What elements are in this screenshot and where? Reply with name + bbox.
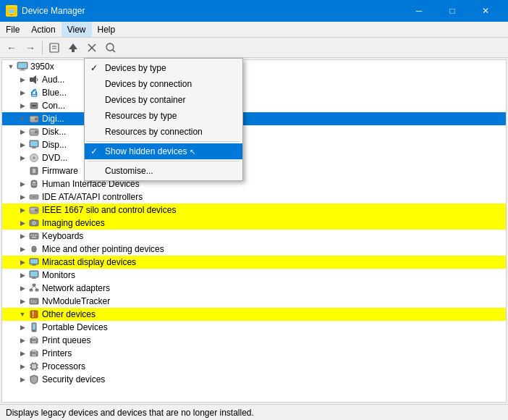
- svg-rect-55: [37, 235, 38, 236]
- tree-arrow-root[interactable]: [5, 61, 17, 72]
- tree-item-firmware[interactable]: Firmware: [2, 164, 506, 177]
- scan-button[interactable]: [102, 40, 119, 56]
- tree-item-network[interactable]: Network adapters: [2, 282, 506, 295]
- tree-item-imaging[interactable]: Imaging devices: [2, 217, 506, 230]
- tree-item-root[interactable]: 3950x: [2, 60, 506, 73]
- ieee-icon: [28, 204, 40, 216]
- uninstall-button[interactable]: [83, 40, 101, 56]
- svg-point-19: [35, 105, 36, 106]
- tree-arrow-display[interactable]: [17, 139, 28, 151]
- menu-devices-by-connection[interactable]: Devices by connection: [85, 76, 242, 92]
- tree-arrow-firmware: [17, 165, 28, 177]
- update-driver-button[interactable]: [64, 40, 82, 56]
- svg-point-39: [32, 184, 33, 185]
- menu-label-show-hidden: Show hidden devices: [105, 146, 187, 156]
- tree-item-disk2[interactable]: Disk...: [2, 125, 506, 138]
- tree-item-ieee[interactable]: IEEE 1667 silo and control devices: [2, 203, 506, 217]
- tree-item-nvmodule[interactable]: Nv NvModuleTracker: [2, 295, 506, 308]
- menu-resources-by-connection[interactable]: Resources by connection: [85, 124, 242, 140]
- menu-devices-by-container[interactable]: Devices by container: [85, 92, 242, 108]
- tree-arrow-ieee[interactable]: [17, 204, 28, 216]
- tree-arrow-other[interactable]: [17, 308, 28, 320]
- tree-arrow-keyboards[interactable]: [17, 230, 28, 242]
- tree-arrow-network[interactable]: [17, 282, 28, 294]
- tree-arrow-nvmodule[interactable]: [17, 295, 28, 307]
- tree-arrow-mice[interactable]: [17, 243, 28, 255]
- menu-file[interactable]: File: [0, 22, 25, 37]
- svg-rect-54: [35, 235, 36, 236]
- tree-arrow-security[interactable]: [17, 374, 28, 385]
- tree-arrow-ide[interactable]: [17, 191, 28, 203]
- menu-view[interactable]: View: [62, 22, 92, 37]
- menu-label-resources-type: Resources by type: [105, 111, 177, 121]
- svg-point-17: [32, 105, 33, 106]
- svg-rect-66: [33, 277, 35, 278]
- tree-arrow-hid[interactable]: [17, 178, 28, 190]
- menu-customise[interactable]: Customise...: [85, 163, 242, 179]
- tree-arrow-monitors[interactable]: [17, 269, 28, 281]
- tree-arrow-processors[interactable]: [17, 361, 28, 372]
- tree-arrow-diskdrives[interactable]: [17, 113, 28, 125]
- tree-item-printqueues[interactable]: Print queues: [2, 334, 506, 347]
- properties-button[interactable]: [46, 40, 63, 56]
- tree-item-dvd[interactable]: DVD...: [2, 151, 506, 164]
- menu-show-hidden[interactable]: ✓ Show hidden devices ↖: [85, 143, 242, 159]
- tree-arrow-portable[interactable]: [17, 322, 28, 333]
- tree-label-miracast: Miracast display devices: [42, 257, 136, 267]
- imaging-icon: [28, 217, 40, 229]
- minimize-button[interactable]: ─: [402, 0, 436, 22]
- tree-item-monitors[interactable]: Monitors: [2, 269, 506, 282]
- svg-rect-14: [20, 70, 25, 71]
- tree-item-hid[interactable]: Human Interface Devices: [2, 177, 506, 190]
- svg-rect-91: [32, 364, 36, 369]
- tree-item-keyboards[interactable]: Keyboards: [2, 230, 506, 243]
- svg-point-79: [33, 330, 34, 331]
- svg-point-24: [35, 131, 38, 134]
- tree-label-com: Con...: [42, 101, 65, 111]
- tree-item-printers[interactable]: Printers: [2, 347, 506, 360]
- svg-point-32: [33, 157, 35, 159]
- tree-item-other[interactable]: ! Other devices: [2, 308, 506, 321]
- tree-item-security[interactable]: Security devices: [2, 373, 506, 386]
- tree-item-portable[interactable]: Portable Devices: [2, 321, 506, 334]
- back-button[interactable]: ←: [3, 40, 20, 56]
- tree-item-display[interactable]: Disp...: [2, 138, 506, 151]
- tree-arrow-com[interactable]: [17, 100, 28, 112]
- menu-action[interactable]: Action: [25, 22, 61, 37]
- tree-item-bluetooth[interactable]: ⎙ Blue...: [2, 86, 506, 99]
- tree-arrow-imaging[interactable]: [17, 217, 28, 229]
- menu-label-resources-connection: Resources by connection: [105, 127, 203, 137]
- menu-devices-by-type[interactable]: ✓ Devices by type: [85, 60, 242, 76]
- tree-label-imaging: Imaging devices: [42, 218, 105, 228]
- forward-button[interactable]: →: [22, 40, 39, 56]
- tree-arrow-printers[interactable]: [17, 348, 28, 359]
- tree-label-network: Network adapters: [42, 283, 110, 293]
- svg-line-71: [31, 286, 34, 289]
- maximize-button[interactable]: □: [436, 0, 469, 22]
- tree-item-ide[interactable]: IDE ATA/ATAPI controllers: [2, 190, 506, 203]
- tree-item-processors[interactable]: Processors: [2, 360, 506, 373]
- tree-arrow-printqueues[interactable]: [17, 335, 28, 346]
- svg-point-49: [33, 222, 35, 224]
- svg-rect-29: [32, 148, 36, 148]
- main-content: 3950x Aud... ⎙ Blue... Con...: [0, 58, 508, 404]
- tree-item-mice[interactable]: Mice and other pointing devices: [2, 243, 506, 256]
- tree-arrow-miracast[interactable]: [17, 256, 28, 268]
- device-tree[interactable]: 3950x Aud... ⎙ Blue... Con...: [1, 59, 507, 403]
- tree-arrow-bluetooth[interactable]: [17, 87, 28, 98]
- tree-item-diskdrives[interactable]: Digi...: [2, 112, 506, 125]
- tree-label-security: Security devices: [42, 374, 105, 385]
- tree-arrow-audio[interactable]: [17, 74, 28, 85]
- tree-label-dvd: DVD...: [42, 153, 67, 163]
- menu-resources-by-type[interactable]: Resources by type: [85, 108, 242, 124]
- menu-help[interactable]: Help: [92, 22, 122, 37]
- close-button[interactable]: ✕: [469, 0, 502, 22]
- tree-item-audio[interactable]: Aud...: [2, 73, 506, 86]
- svg-rect-28: [33, 147, 35, 148]
- tree-item-miracast[interactable]: Miracast display devices: [2, 256, 506, 269]
- tree-label-display: Disp...: [42, 140, 67, 150]
- tree-arrow-dvd[interactable]: [17, 152, 28, 164]
- tree-arrow-disk2[interactable]: [17, 126, 28, 138]
- svg-point-59: [33, 247, 35, 248]
- tree-item-com[interactable]: Con...: [2, 99, 506, 112]
